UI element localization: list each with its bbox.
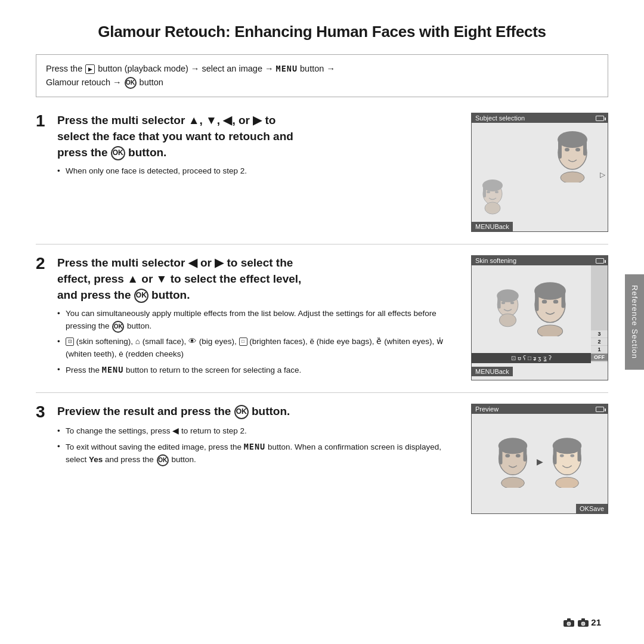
step-1-bullets: When only one face is detected, proceed …	[57, 165, 460, 178]
svg-rect-37	[553, 447, 556, 465]
ok-icon-step3: OK	[234, 405, 249, 419]
step-1-left: 1 Press the multi selector ▲, ▼, ◀, or ▶…	[36, 113, 460, 232]
level-2: 2	[591, 338, 608, 345]
big-eyes-icon: 👁	[188, 337, 197, 346]
face-area-1: ▷	[472, 123, 608, 227]
effect-icon-1: ⊡	[511, 355, 516, 361]
svg-rect-5	[483, 185, 486, 197]
menu-label-step2: MENU	[102, 365, 124, 374]
back-label-1: Back	[494, 223, 509, 230]
preview-before-face	[493, 435, 533, 488]
screen-1-body: ▷	[472, 123, 608, 227]
screen-3-save: OKSave	[576, 504, 608, 513]
level-1: 1	[591, 346, 608, 353]
playback-icon: ▶	[85, 64, 95, 74]
step-3-bullet-1: To change the settings, press ◀ to retur…	[57, 425, 460, 438]
menu-back-label-1: MENU	[475, 223, 494, 230]
step-3-left: 3 Preview the result and press the OK bu…	[36, 404, 460, 514]
main-face-svg-1	[552, 129, 593, 182]
svg-point-7	[565, 148, 569, 151]
step-2-bullets: You can simultaneously apply multiple ef…	[57, 308, 460, 377]
svg-point-15	[510, 302, 514, 304]
svg-point-32	[501, 477, 524, 488]
step-2-screen: Skin softening	[471, 255, 608, 380]
level-3: 3	[591, 330, 608, 338]
save-label: Save	[589, 505, 604, 512]
brighten-icon: □	[239, 338, 247, 346]
small-face-svg	[478, 177, 507, 216]
step-1-title: Press the multi selector ▲, ▼, ◀, or ▶ t…	[57, 113, 293, 160]
step-2-header: 2 Press the multi selector ◀ or ▶ to sel…	[36, 255, 460, 303]
svg-point-9	[558, 131, 587, 148]
svg-rect-23	[535, 292, 538, 311]
step-1-bullet-1: When only one face is detected, proceed …	[57, 165, 460, 178]
svg-point-35	[570, 454, 574, 457]
svg-point-22	[534, 282, 566, 300]
eyebags-icon: ě	[310, 337, 315, 346]
ok-icon-step1: OK	[111, 146, 125, 160]
menu-back-label-2: MENU	[475, 368, 494, 375]
battery-icon-1	[596, 116, 604, 121]
skin-main-face	[528, 280, 572, 336]
step-3-screen: Preview ▶	[471, 404, 608, 514]
main-content: Glamour Retouch: Enhancing Human Faces w…	[0, 0, 644, 644]
svg-point-34	[559, 454, 564, 457]
svg-point-3	[485, 202, 500, 214]
instruction-box: Press the ▶ button (playback mode) → sel…	[36, 54, 608, 97]
effect-icon-8: ʔ	[549, 355, 552, 361]
svg-point-16	[500, 314, 516, 327]
camera-icon-2	[577, 618, 590, 627]
small-face-icon: ⌂	[135, 337, 140, 346]
ok-icon-step2: OK	[134, 289, 148, 303]
step-3-title: Preview the result and press the OK butt…	[57, 404, 290, 420]
screen-2-body: 3 2 1 OFF ⊡ ʊ ʕ □ ʑ ʒ ʓ ʔ	[472, 265, 608, 376]
svg-rect-45	[581, 618, 585, 621]
cheeks-icon: ė	[119, 349, 123, 358]
step-2-section: 2 Press the multi selector ◀ or ▶ to sel…	[36, 255, 608, 380]
preview-screen: Preview ▶	[471, 404, 608, 514]
svg-rect-41	[567, 618, 571, 621]
step-2-left: 2 Press the multi selector ◀ or ▶ to sel…	[36, 255, 460, 380]
screen-3-header: Preview	[472, 404, 608, 414]
whiten-eyes-icon: ȅ	[376, 337, 382, 346]
back-label-2: Back	[494, 368, 509, 375]
reference-section-label: Reference Section	[630, 285, 639, 359]
effect-icon-6: ʒ	[538, 355, 541, 361]
step-2-number: 2	[36, 255, 50, 272]
skin-small-face	[491, 287, 524, 329]
page-num: 21	[591, 617, 601, 627]
screen-1-back: MENUBack	[472, 222, 513, 231]
svg-point-29	[498, 438, 527, 454]
screen-3-label: Preview	[475, 405, 499, 413]
battery-icon-3	[596, 407, 604, 412]
ok-save-icon: OK	[580, 505, 589, 512]
step-2-bullet-2: ⊡ (skin softening), ⌂ (small face), 👁 (b…	[57, 336, 460, 361]
skin-softening-icon: ⊡	[66, 338, 74, 346]
divider-1	[36, 244, 608, 244]
svg-point-2	[495, 191, 499, 193]
svg-point-14	[501, 302, 505, 304]
svg-point-27	[505, 454, 510, 457]
ok-ref-3: OK	[157, 454, 169, 466]
menu-label-step3: MENU	[244, 442, 266, 451]
preview-arrow-icon: ▶	[537, 457, 543, 466]
preview-after-face	[547, 435, 587, 488]
svg-point-8	[575, 148, 580, 151]
screen-2-header: Skin softening	[472, 256, 608, 265]
level-off: OFF	[591, 354, 608, 361]
svg-point-20	[542, 300, 547, 304]
svg-rect-31	[523, 447, 527, 462]
ok-ref-2: OK	[112, 321, 124, 333]
skin-softening-screen: Skin softening	[471, 255, 608, 380]
effect-icon-3: ʕ	[523, 355, 526, 361]
skin-face-area	[472, 265, 608, 348]
svg-rect-30	[499, 447, 502, 465]
svg-point-28	[515, 454, 520, 457]
svg-point-43	[568, 622, 571, 625]
svg-rect-38	[577, 447, 581, 462]
ok-button-icon: OK	[125, 77, 137, 89]
step-3-bullets: To change the settings, press ◀ to retur…	[57, 425, 460, 466]
svg-rect-24	[562, 292, 565, 308]
page-title: Glamour Retouch: Enhancing Human Faces w…	[36, 23, 608, 41]
step-1-section: 1 Press the multi selector ▲, ▼, ◀, or ▶…	[36, 113, 608, 232]
